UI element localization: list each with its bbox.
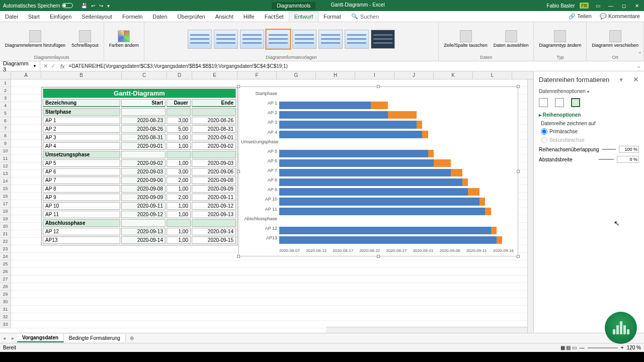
task-name-cell[interactable]: AP13 [43, 236, 120, 244]
col-header-h[interactable]: H [316, 71, 355, 79]
row-header[interactable]: 13 [0, 170, 11, 177]
row-header[interactable]: 2 [0, 87, 11, 95]
end-cell[interactable]: 2020-09-02 [192, 142, 236, 150]
ribbon-display-icon[interactable]: ▭ [594, 3, 602, 9]
gap-value[interactable]: 0 % [617, 156, 639, 163]
category-label[interactable]: AP 6 [241, 158, 277, 163]
zoom-slider[interactable] [588, 347, 618, 348]
row-header[interactable]: 28 [0, 283, 11, 291]
row-header[interactable]: 16 [0, 193, 11, 200]
sheet-tab-vorgangsdaten[interactable]: Vorgangsdaten [17, 334, 64, 342]
duration-bar[interactable] [371, 102, 388, 109]
duration-bar[interactable] [468, 188, 479, 196]
bar-row[interactable] [279, 227, 514, 234]
bar-row[interactable] [279, 188, 514, 196]
view-normal-icon[interactable]: ▦ [560, 345, 565, 350]
undo-icon[interactable]: ↩ [91, 3, 95, 9]
x-tick-label[interactable]: 2020-09-11 [466, 248, 487, 253]
category-label[interactable]: AP 1 [241, 101, 277, 106]
change-colors-button[interactable]: Farben ändern [107, 29, 141, 49]
table-header-dauer[interactable]: Dauer [167, 99, 191, 107]
redo-icon[interactable]: ↪ [99, 3, 103, 9]
vertical-scrollbar[interactable] [527, 79, 533, 333]
row-header[interactable]: 27 [0, 276, 11, 283]
x-tick-label[interactable]: 2020-08-27 [386, 248, 407, 253]
row-header[interactable]: 10 [0, 147, 11, 155]
row-header[interactable]: 24 [0, 253, 11, 260]
category-label[interactable]: Umsetzungsphase [241, 139, 277, 144]
sheet-tab-bedingte[interactable]: Bedingte Formatierung [64, 334, 126, 342]
col-header-d[interactable]: D [167, 71, 192, 79]
row-header[interactable]: 6 [0, 117, 11, 125]
duration-cell[interactable]: 3,00 [167, 117, 191, 124]
table-row[interactable]: AP 102020-09-111,002020-09-12 [43, 202, 236, 210]
duration-bar[interactable] [485, 208, 491, 215]
task-name-cell[interactable]: AP 5 [43, 159, 120, 167]
table-row[interactable]: AP 62020-09-033,002020-09-06 [43, 168, 236, 175]
resize-handle[interactable] [517, 170, 520, 173]
task-name-cell[interactable]: AP 10 [43, 202, 120, 210]
table-row[interactable]: AP 82020-09-081,002020-09-09 [43, 185, 236, 193]
start-cell[interactable]: 2020-09-13 [121, 228, 166, 235]
table-row[interactable]: AP 122020-09-131,002020-09-14 [43, 228, 236, 235]
row-header[interactable]: 17 [0, 200, 11, 208]
col-header-e[interactable]: E [192, 71, 237, 79]
resize-handle[interactable] [237, 255, 240, 258]
task-name-cell[interactable]: AP 2 [43, 125, 120, 133]
bar-row[interactable] [279, 236, 514, 244]
overlap-value[interactable]: 100 % [619, 146, 639, 153]
duration-cell[interactable]: 1,00 [167, 228, 191, 235]
task-name-cell[interactable]: AP 4 [43, 142, 120, 150]
duration-cell[interactable]: 5,00 [167, 125, 191, 133]
comments-button[interactable]: 💬 Kommentare [596, 13, 644, 20]
autosave-toggle[interactable]: Automatisches Speichern [3, 3, 73, 9]
end-cell[interactable]: 2020-08-31 [192, 125, 236, 133]
row-header[interactable]: 14 [0, 177, 11, 185]
col-header-f[interactable]: F [237, 71, 277, 79]
category-label[interactable]: AP 2 [241, 110, 277, 115]
start-cell[interactable]: 2020-09-14 [121, 236, 166, 244]
table-row[interactable]: AP 52020-09-021,002020-09-03 [43, 159, 236, 167]
tab-hilfe[interactable]: Hilfe [238, 12, 260, 21]
task-name-cell[interactable]: AP 6 [43, 168, 120, 175]
end-cell[interactable]: 2020-09-12 [192, 202, 236, 210]
column-headers[interactable]: A B C D E F G H I J K L [0, 71, 533, 79]
user-name[interactable]: Fabio Basler [546, 3, 575, 9]
table-row[interactable]: AP 22020-08-265,002020-08-31 [43, 125, 236, 133]
tab-ueberpruefen[interactable]: Überprüfen [173, 12, 210, 21]
category-label[interactable]: AP 4 [241, 130, 277, 135]
effects-tab-icon[interactable] [555, 98, 564, 107]
maximize-icon[interactable]: ◻ [620, 3, 628, 9]
row-header[interactable]: 15 [0, 185, 11, 193]
close-icon[interactable]: ✕ [633, 3, 641, 9]
tab-format[interactable]: Format [318, 12, 346, 21]
offset-bar[interactable] [279, 178, 462, 186]
chevron-down-icon[interactable]: ▾ [587, 89, 589, 94]
row-header[interactable]: 19 [0, 215, 11, 223]
tab-entwurf[interactable]: Entwurf [289, 12, 318, 21]
table-row[interactable]: Startphase [43, 108, 236, 116]
start-cell[interactable]: 2020-09-03 [121, 168, 166, 175]
chart-style-5[interactable] [292, 30, 316, 49]
row-header[interactable]: 21 [0, 230, 11, 238]
col-header-k[interactable]: K [434, 71, 473, 79]
enter-formula-icon[interactable]: ✓ [51, 63, 55, 69]
tab-formeln[interactable]: Formeln [117, 12, 147, 21]
chart-style-3[interactable] [240, 30, 264, 49]
row-header[interactable]: 12 [0, 162, 11, 170]
row-header[interactable]: 18 [0, 208, 11, 215]
duration-bar[interactable] [491, 227, 497, 234]
chart-style-8[interactable] [371, 30, 395, 49]
col-header-l[interactable]: L [473, 71, 512, 79]
task-name-cell[interactable]: AP 3 [43, 134, 120, 141]
resize-handle[interactable] [237, 85, 240, 88]
offset-bar[interactable] [279, 198, 479, 205]
row-header[interactable]: 5 [0, 110, 11, 117]
row-header[interactable]: 9 [0, 140, 11, 147]
duration-cell[interactable]: 3,00 [167, 168, 191, 175]
end-cell[interactable]: 2020-09-14 [192, 228, 236, 235]
name-box[interactable]: Diagramm 3▼ [0, 60, 40, 72]
row-header[interactable]: 23 [0, 245, 11, 253]
end-cell[interactable]: 2020-09-09 [192, 185, 236, 193]
bar-row[interactable] [279, 121, 514, 128]
